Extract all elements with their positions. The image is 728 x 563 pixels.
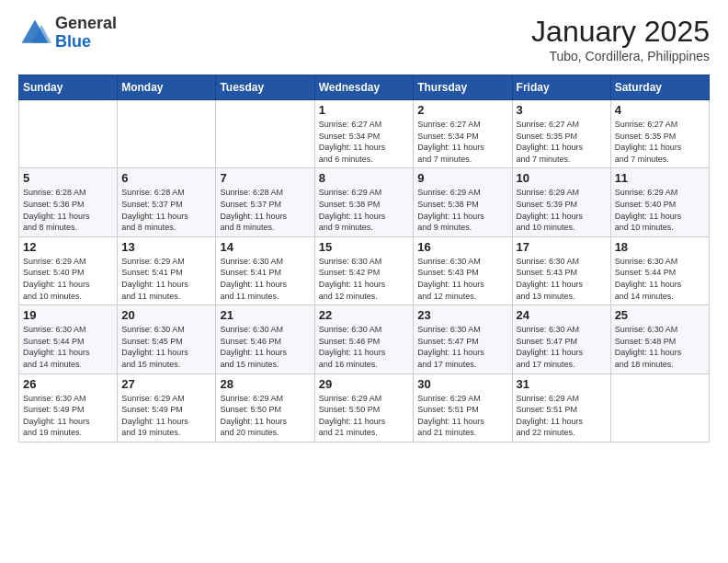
calendar-cell bbox=[216, 100, 314, 168]
calendar-cell: 14Sunrise: 6:30 AMSunset: 5:41 PMDayligh… bbox=[216, 236, 314, 304]
calendar-cell: 23Sunrise: 6:30 AMSunset: 5:47 PMDayligh… bbox=[414, 305, 512, 373]
col-header-thursday: Thursday bbox=[414, 75, 512, 100]
cell-info: Sunrise: 6:28 AMSunset: 5:36 PMDaylight:… bbox=[23, 187, 113, 233]
calendar-cell bbox=[19, 100, 118, 168]
cell-info: Sunrise: 6:30 AMSunset: 5:42 PMDaylight:… bbox=[319, 256, 410, 302]
day-number: 11 bbox=[615, 171, 705, 185]
cell-info: Sunrise: 6:29 AMSunset: 5:40 PMDaylight:… bbox=[23, 256, 113, 302]
day-number: 10 bbox=[517, 171, 607, 185]
day-number: 23 bbox=[417, 308, 507, 322]
cell-info: Sunrise: 6:29 AMSunset: 5:39 PMDaylight:… bbox=[517, 187, 607, 233]
day-number: 20 bbox=[121, 308, 211, 322]
cell-info: Sunrise: 6:30 AMSunset: 5:49 PMDaylight:… bbox=[23, 393, 113, 439]
logo-text: General Blue bbox=[55, 15, 117, 52]
calendar-cell: 4Sunrise: 6:27 AMSunset: 5:35 PMDaylight… bbox=[610, 100, 709, 168]
calendar-cell: 26Sunrise: 6:30 AMSunset: 5:49 PMDayligh… bbox=[19, 373, 118, 442]
calendar-cell: 27Sunrise: 6:29 AMSunset: 5:49 PMDayligh… bbox=[118, 373, 216, 442]
day-number: 26 bbox=[23, 377, 113, 391]
cell-info: Sunrise: 6:30 AMSunset: 5:47 PMDaylight:… bbox=[417, 324, 507, 370]
calendar-cell: 21Sunrise: 6:30 AMSunset: 5:46 PMDayligh… bbox=[216, 305, 314, 373]
calendar-cell: 10Sunrise: 6:29 AMSunset: 5:39 PMDayligh… bbox=[512, 168, 610, 236]
title-block: January 2025 Tubo, Cordillera, Philippin… bbox=[531, 15, 710, 63]
day-number: 5 bbox=[23, 171, 113, 185]
col-header-tuesday: Tuesday bbox=[216, 75, 314, 100]
day-number: 24 bbox=[517, 308, 607, 322]
day-number: 4 bbox=[615, 103, 705, 117]
day-number: 31 bbox=[517, 377, 607, 391]
month-title: January 2025 bbox=[531, 15, 710, 49]
cell-info: Sunrise: 6:30 AMSunset: 5:44 PMDaylight:… bbox=[615, 256, 705, 302]
logo: General Blue bbox=[18, 15, 117, 52]
cell-info: Sunrise: 6:30 AMSunset: 5:41 PMDaylight:… bbox=[220, 256, 310, 302]
day-number: 16 bbox=[417, 240, 507, 254]
calendar-week-row: 1Sunrise: 6:27 AMSunset: 5:34 PMDaylight… bbox=[19, 100, 710, 168]
calendar-cell: 29Sunrise: 6:29 AMSunset: 5:50 PMDayligh… bbox=[314, 373, 414, 442]
day-number: 8 bbox=[319, 171, 410, 185]
calendar-cell: 25Sunrise: 6:30 AMSunset: 5:48 PMDayligh… bbox=[610, 305, 709, 373]
calendar-cell: 19Sunrise: 6:30 AMSunset: 5:44 PMDayligh… bbox=[19, 305, 118, 373]
calendar-cell: 17Sunrise: 6:30 AMSunset: 5:43 PMDayligh… bbox=[512, 236, 610, 304]
cell-info: Sunrise: 6:29 AMSunset: 5:50 PMDaylight:… bbox=[220, 393, 310, 439]
calendar-cell: 5Sunrise: 6:28 AMSunset: 5:36 PMDaylight… bbox=[19, 168, 118, 236]
cell-info: Sunrise: 6:27 AMSunset: 5:34 PMDaylight:… bbox=[417, 119, 507, 165]
day-number: 17 bbox=[517, 240, 607, 254]
calendar-cell: 22Sunrise: 6:30 AMSunset: 5:46 PMDayligh… bbox=[314, 305, 414, 373]
day-number: 30 bbox=[417, 377, 507, 391]
col-header-sunday: Sunday bbox=[19, 75, 118, 100]
cell-info: Sunrise: 6:28 AMSunset: 5:37 PMDaylight:… bbox=[220, 187, 310, 233]
calendar-cell: 12Sunrise: 6:29 AMSunset: 5:40 PMDayligh… bbox=[19, 236, 118, 304]
calendar-week-row: 12Sunrise: 6:29 AMSunset: 5:40 PMDayligh… bbox=[19, 236, 710, 304]
day-number: 14 bbox=[220, 240, 310, 254]
day-number: 29 bbox=[319, 377, 410, 391]
calendar-table: SundayMondayTuesdayWednesdayThursdayFrid… bbox=[18, 75, 710, 442]
cell-info: Sunrise: 6:27 AMSunset: 5:35 PMDaylight:… bbox=[517, 119, 607, 165]
calendar-cell: 2Sunrise: 6:27 AMSunset: 5:34 PMDaylight… bbox=[414, 100, 512, 168]
calendar-cell: 31Sunrise: 6:29 AMSunset: 5:51 PMDayligh… bbox=[512, 373, 610, 442]
cell-info: Sunrise: 6:29 AMSunset: 5:51 PMDaylight:… bbox=[517, 393, 607, 439]
day-number: 19 bbox=[23, 308, 113, 322]
day-number: 18 bbox=[615, 240, 705, 254]
calendar-cell: 28Sunrise: 6:29 AMSunset: 5:50 PMDayligh… bbox=[216, 373, 314, 442]
calendar-cell: 11Sunrise: 6:29 AMSunset: 5:40 PMDayligh… bbox=[610, 168, 709, 236]
cell-info: Sunrise: 6:30 AMSunset: 5:43 PMDaylight:… bbox=[417, 256, 507, 302]
col-header-friday: Friday bbox=[512, 75, 610, 100]
calendar-cell: 6Sunrise: 6:28 AMSunset: 5:37 PMDaylight… bbox=[118, 168, 216, 236]
day-number: 2 bbox=[417, 103, 507, 117]
calendar-cell: 18Sunrise: 6:30 AMSunset: 5:44 PMDayligh… bbox=[610, 236, 709, 304]
day-number: 7 bbox=[220, 171, 310, 185]
col-header-monday: Monday bbox=[118, 75, 216, 100]
col-header-saturday: Saturday bbox=[610, 75, 709, 100]
logo-general: General bbox=[55, 15, 117, 33]
calendar-week-row: 5Sunrise: 6:28 AMSunset: 5:36 PMDaylight… bbox=[19, 168, 710, 236]
calendar-cell: 7Sunrise: 6:28 AMSunset: 5:37 PMDaylight… bbox=[216, 168, 314, 236]
day-number: 27 bbox=[121, 377, 211, 391]
calendar-cell: 16Sunrise: 6:30 AMSunset: 5:43 PMDayligh… bbox=[414, 236, 512, 304]
day-number: 28 bbox=[220, 377, 310, 391]
calendar-cell: 1Sunrise: 6:27 AMSunset: 5:34 PMDaylight… bbox=[314, 100, 414, 168]
day-number: 25 bbox=[615, 308, 705, 322]
calendar-cell: 15Sunrise: 6:30 AMSunset: 5:42 PMDayligh… bbox=[314, 236, 414, 304]
cell-info: Sunrise: 6:29 AMSunset: 5:50 PMDaylight:… bbox=[319, 393, 410, 439]
cell-info: Sunrise: 6:29 AMSunset: 5:40 PMDaylight:… bbox=[615, 187, 705, 233]
day-number: 3 bbox=[517, 103, 607, 117]
day-number: 15 bbox=[319, 240, 410, 254]
calendar-cell: 9Sunrise: 6:29 AMSunset: 5:38 PMDaylight… bbox=[414, 168, 512, 236]
cell-info: Sunrise: 6:29 AMSunset: 5:49 PMDaylight:… bbox=[121, 393, 211, 439]
calendar-cell: 13Sunrise: 6:29 AMSunset: 5:41 PMDayligh… bbox=[118, 236, 216, 304]
cell-info: Sunrise: 6:29 AMSunset: 5:38 PMDaylight:… bbox=[417, 187, 507, 233]
calendar-header-row: SundayMondayTuesdayWednesdayThursdayFrid… bbox=[19, 75, 710, 100]
day-number: 12 bbox=[23, 240, 113, 254]
logo-blue: Blue bbox=[55, 33, 117, 52]
cell-info: Sunrise: 6:27 AMSunset: 5:34 PMDaylight:… bbox=[319, 119, 410, 165]
day-number: 9 bbox=[417, 171, 507, 185]
cell-info: Sunrise: 6:29 AMSunset: 5:51 PMDaylight:… bbox=[417, 393, 507, 439]
calendar-cell: 30Sunrise: 6:29 AMSunset: 5:51 PMDayligh… bbox=[414, 373, 512, 442]
location: Tubo, Cordillera, Philippines bbox=[531, 49, 710, 63]
calendar-cell: 20Sunrise: 6:30 AMSunset: 5:45 PMDayligh… bbox=[118, 305, 216, 373]
cell-info: Sunrise: 6:29 AMSunset: 5:41 PMDaylight:… bbox=[121, 256, 211, 302]
cell-info: Sunrise: 6:28 AMSunset: 5:37 PMDaylight:… bbox=[121, 187, 211, 233]
cell-info: Sunrise: 6:30 AMSunset: 5:43 PMDaylight:… bbox=[517, 256, 607, 302]
cell-info: Sunrise: 6:27 AMSunset: 5:35 PMDaylight:… bbox=[615, 119, 705, 165]
cell-info: Sunrise: 6:30 AMSunset: 5:46 PMDaylight:… bbox=[319, 324, 410, 370]
cell-info: Sunrise: 6:30 AMSunset: 5:48 PMDaylight:… bbox=[615, 324, 705, 370]
